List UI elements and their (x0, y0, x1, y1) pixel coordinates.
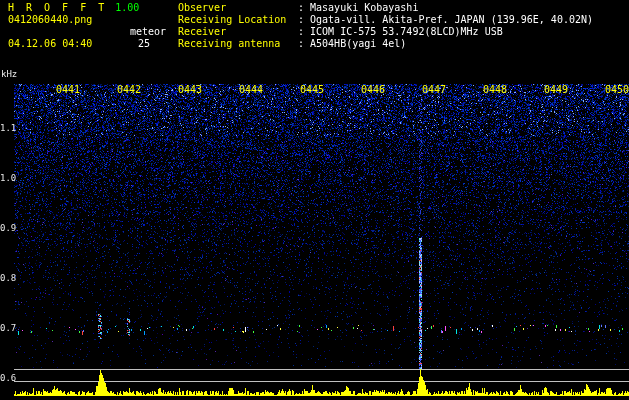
spectrogram-canvas (0, 0, 629, 400)
x-axis-label: 0447 (421, 84, 447, 95)
y-axis-label: 0.8 (0, 273, 16, 283)
x-axis-label: 0448 (482, 84, 508, 95)
x-axis-label: 0446 (360, 84, 386, 95)
app-version: 1.00 (115, 2, 139, 13)
antenna-value: : A504HB(yagi 4el) (298, 38, 406, 49)
mode-label: meteor (130, 26, 166, 37)
x-axis-label: 0441 (55, 84, 81, 95)
x-axis-label: 0443 (177, 84, 203, 95)
y-axis-label: 1.1 (0, 123, 16, 133)
y-axis-label: 1.0 (0, 173, 16, 183)
x-axis-label: 0444 (238, 84, 264, 95)
output-filename: 0412060440.png (8, 14, 92, 25)
receiver-label: Receiver (178, 26, 226, 37)
x-axis-label: 0445 (299, 84, 325, 95)
title-row: H R O F F T1.00 (8, 2, 139, 13)
location-label: Receiving Location (178, 14, 286, 25)
location-value: : Ogata-vill. Akita-Pref. JAPAN (139.96E… (298, 14, 593, 25)
timestamp: 04.12.06 04:40 (8, 38, 92, 49)
observer-label: Observer (178, 2, 226, 13)
y-axis-label: 0.6 (0, 373, 16, 383)
x-axis-label: 0449 (543, 84, 569, 95)
count-value: 25 (138, 38, 150, 49)
app-title: H R O F F T (8, 2, 107, 13)
x-axis-label: 0442 (116, 84, 142, 95)
y-axis-label: 0.7 (0, 323, 16, 333)
antenna-label: Receiving antenna (178, 38, 280, 49)
x-axis-label: 0450 (604, 84, 629, 95)
y-axis-label: 0.9 (0, 223, 16, 233)
y-axis-unit: kHz (1, 69, 17, 79)
observer-value: : Masayuki Kobayashi (298, 2, 418, 13)
receiver-value: : ICOM IC-575 53.7492(8LCD)MHz USB (298, 26, 503, 37)
